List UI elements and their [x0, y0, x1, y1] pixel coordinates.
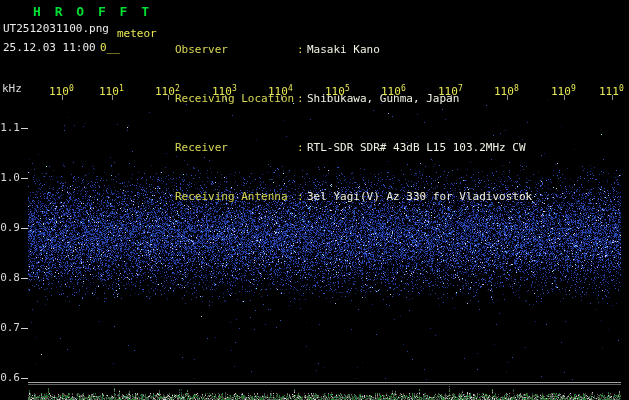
- info-row-receiver: Receiver:RTL-SDR SDR# 43dB L15 103.2MHz …: [175, 142, 532, 153]
- freq-tick-label-0.7: 0.7: [0, 322, 20, 333]
- time-tick-label-1102: 1102: [155, 83, 180, 97]
- time-tick-sup: 6: [401, 84, 406, 93]
- info-colon: :: [297, 44, 307, 55]
- time-tick-base: 110: [49, 85, 69, 98]
- info-row-observer: Observer:Masaki Kano: [175, 44, 532, 55]
- freq-tick-label-1.0: 1.0: [0, 172, 20, 183]
- time-tick-base: 110: [325, 85, 345, 98]
- time-tick-label-1104: 1104: [268, 83, 293, 97]
- info-colon: :: [297, 191, 307, 202]
- frame-counter: 0__: [100, 41, 120, 54]
- info-label: Receiver: [175, 142, 297, 153]
- time-tick-label-1108: 1108: [494, 83, 519, 97]
- time-tick-base: 110: [494, 85, 514, 98]
- time-tick-label-1100: 1100: [49, 83, 74, 97]
- freq-unit-label: kHz: [2, 82, 22, 95]
- time-tick-base: 111: [599, 85, 619, 98]
- time-tick-label-1101: 1101: [99, 83, 124, 97]
- time-tick-base: 110: [155, 85, 175, 98]
- time-tick-sup: 9: [571, 84, 576, 93]
- freq-tick-label-1.1: 1.1: [0, 122, 20, 133]
- time-tick-label-1109: 1109: [551, 83, 576, 97]
- time-tick-sup: 0: [619, 84, 624, 93]
- freq-tick-label-0.9: 0.9: [0, 222, 20, 233]
- mode-label: meteor: [117, 27, 157, 40]
- time-tick-base: 110: [268, 85, 288, 98]
- info-label: Observer: [175, 44, 297, 55]
- time-tick-label-1103: 1103: [212, 83, 237, 97]
- time-tick-label-1106: 1106: [381, 83, 406, 97]
- time-tick-base: 110: [551, 85, 571, 98]
- time-tick-base: 110: [438, 85, 458, 98]
- freq-tick-label-0.6: 0.6: [0, 372, 20, 383]
- time-tick-sup: 5: [345, 84, 350, 93]
- hrofft-screen: { "header": { "app_title": "H R O F F T"…: [0, 0, 629, 400]
- info-value: 3el Yagi(V) Az 330 for Vladivostok: [307, 191, 532, 202]
- time-tick-sup: 4: [288, 84, 293, 93]
- time-tick-label-1105: 1105: [325, 83, 350, 97]
- time-tick-sup: 2: [175, 84, 180, 93]
- info-colon: :: [297, 142, 307, 153]
- freq-tick-label-0.8: 0.8: [0, 272, 20, 283]
- info-row-antenna: Receiving Antenna:3el Yagi(V) Az 330 for…: [175, 191, 532, 202]
- time-tick-sup: 0: [69, 84, 74, 93]
- time-tick-base: 110: [212, 85, 232, 98]
- time-tick-base: 110: [99, 85, 119, 98]
- time-tick-label-1110: 1110: [599, 83, 624, 97]
- time-tick-sup: 3: [232, 84, 237, 93]
- station-info: Observer:Masaki Kano Receiving Location:…: [175, 6, 532, 221]
- app-title: H R O F F T: [33, 4, 152, 19]
- time-tick-label-1107: 1107: [438, 83, 463, 97]
- time-tick-sup: 7: [458, 84, 463, 93]
- time-tick-sup: 8: [514, 84, 519, 93]
- info-colon: :: [297, 93, 307, 104]
- info-label: Receiving Antenna: [175, 191, 297, 202]
- info-value: RTL-SDR SDR# 43dB L15 103.2MHz CW: [307, 142, 526, 153]
- timestamp: 25.12.03 11:00: [3, 41, 96, 54]
- info-value: Masaki Kano: [307, 44, 380, 55]
- time-tick-sup: 1: [119, 84, 124, 93]
- time-tick-base: 110: [381, 85, 401, 98]
- output-filename: UT2512031100.png: [3, 22, 109, 35]
